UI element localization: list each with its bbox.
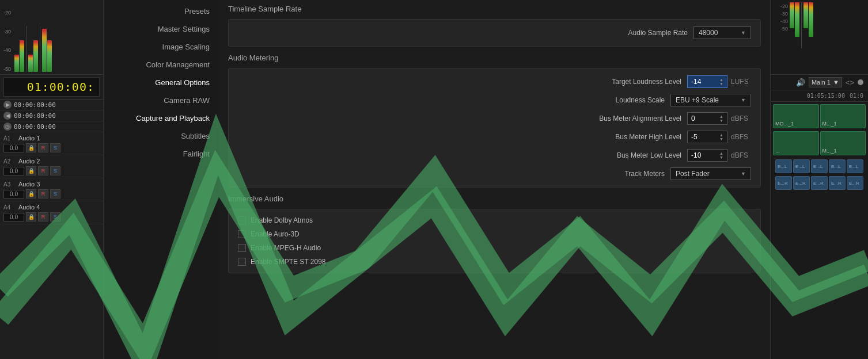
right-track-row-1: MO..._1 M..._1 bbox=[773, 104, 866, 128]
clip-mo1-label: MO..._1 bbox=[775, 121, 794, 127]
clip-m2-label: M..._1 bbox=[822, 148, 837, 154]
right-tracks-area: MO..._1 M..._1 ... M..._1 bbox=[771, 102, 868, 359]
clip-dots-label: ... bbox=[775, 148, 780, 154]
clip-m1-label: M..._1 bbox=[822, 121, 837, 127]
clip-m1: M..._1 bbox=[820, 104, 866, 128]
app-container: -20 -30 -40 -50 01:00:00: ▶ 00:00 bbox=[0, 0, 868, 359]
right-panel: -20 -30 -40 -50 🔊 Main 1 ▼ <> bbox=[770, 0, 868, 359]
